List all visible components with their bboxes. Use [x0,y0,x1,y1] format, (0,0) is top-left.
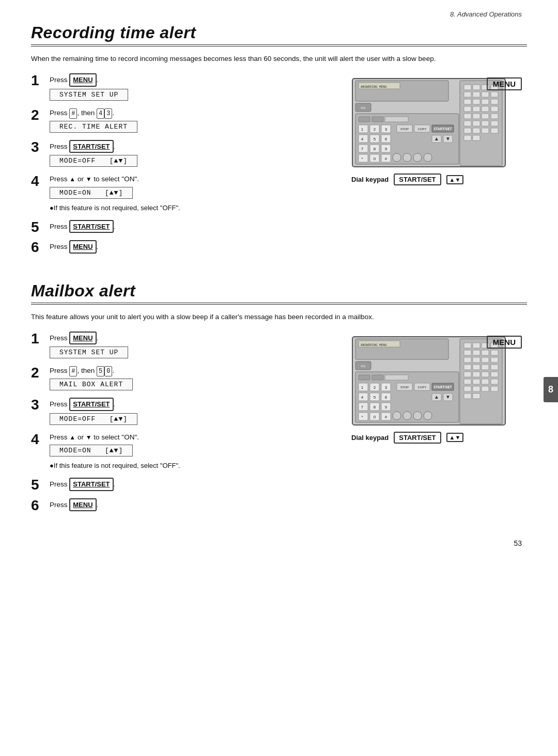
svg-text:START/SET: START/SET [433,127,452,131]
svg-text:4: 4 [361,395,364,400]
svg-text:5: 5 [374,137,376,141]
mailbox-step-3-content: Press START/SET. MODE=OFF [▲▼] [50,398,341,427]
mailbox-step-1-press: Press [50,334,69,342]
mailbox-step-5-content: Press START/SET. [50,478,341,493]
svg-point-152 [393,412,401,420]
svg-rect-24 [491,114,498,119]
mailbox-arrows-caption: ▲▼ [446,433,464,442]
svg-rect-111 [491,386,498,391]
svg-point-153 [403,412,411,420]
svg-text:STOP: STOP [400,128,409,131]
mailbox-hash-key: # [69,366,77,376]
svg-rect-38 [385,117,408,122]
mailbox-step-2-text: Press #, then 50. [50,366,341,376]
step-number-6: 6 [31,240,45,255]
recording-note-4: ●If this feature is not required, select… [50,204,341,212]
svg-rect-6 [473,85,480,90]
svg-rect-21 [464,114,471,119]
svg-rect-97 [473,365,480,370]
svg-point-155 [424,412,432,420]
svg-rect-93 [473,357,480,363]
step-1-text: Press MENU. [50,73,341,87]
mailbox-down-arrow: ▼ [86,433,92,442]
svg-point-75 [413,153,422,162]
svg-text:3: 3 [385,385,388,390]
mailbox-steps-col: 1 Press MENU. SYSTEM SET UP 2 Press #, t… [31,332,341,518]
svg-text:STOP: STOP [400,386,409,389]
svg-rect-101 [473,372,480,377]
svg-rect-109 [473,386,480,391]
svg-text:8: 8 [374,147,376,151]
step-4-content: Press ▲ or ▼ to select "ON". MODE=ON [▲▼… [50,174,341,214]
svg-rect-27 [482,121,489,126]
svg-rect-20 [491,106,498,112]
mailbox-device-col: MENU ANSWERING MENU [351,332,527,444]
svg-rect-89 [473,350,480,355]
down-arrow-4: ▼ [86,175,92,184]
svg-text:1: 1 [361,385,364,390]
recording-step-1: 1 Press MENU. SYSTEM SET UP [31,73,341,103]
svg-text:7: 7 [361,147,364,151]
svg-rect-106 [482,379,489,384]
mailbox-step-4: 4 Press ▲ or ▼ to select "ON". MODE=ON [… [31,432,341,472]
svg-text:6: 6 [385,395,388,400]
svg-rect-57 [359,154,368,162]
svg-text:5: 5 [374,395,376,400]
svg-rect-92 [464,357,471,363]
svg-point-76 [424,153,432,162]
svg-rect-14 [473,99,480,104]
svg-rect-25 [464,121,471,126]
svg-rect-117 [385,375,408,380]
chapter-tab: 8 [544,377,558,402]
mailbox-step-number-3: 3 [31,398,45,412]
recording-step-3: 3 Press START/SET. MODE=OFF [▲▼] [31,140,341,169]
mailbox-key-5: 5 [97,366,104,376]
recording-screen-3: MODE=OFF [▲▼] [50,155,137,167]
svg-rect-96 [464,365,471,370]
svg-rect-5 [464,85,471,90]
mailbox-intro: This feature allows your unit to alert y… [31,312,527,322]
svg-text:3: 3 [385,127,388,132]
page-header: 8. Advanced Operations [31,10,527,18]
svg-rect-37 [372,117,383,122]
svg-rect-9 [464,92,471,97]
mailbox-step-number-4: 4 [31,432,45,447]
svg-text:ANSWERING MENU: ANSWERING MENU [361,85,387,88]
mailbox-step-3: 3 Press START/SET. MODE=OFF [▲▼] [31,398,341,427]
svg-rect-95 [491,357,498,363]
svg-rect-113 [473,393,480,399]
svg-point-74 [403,153,411,162]
step-3-text: Press START/SET. [50,140,341,153]
mailbox-step-3-text: Press START/SET. [50,398,341,411]
svg-rect-13 [464,99,471,104]
mailbox-startset-button-5: START/SET [69,478,113,491]
svg-text:ANSWERING MENU: ANSWERING MENU [361,343,387,346]
svg-text:9: 9 [385,405,388,410]
recording-intro: When the remaining time to record incomi… [31,54,527,64]
svg-rect-23 [482,114,489,119]
svg-text:#: # [385,415,388,419]
svg-text:8: 8 [374,405,376,410]
mailbox-device-container: MENU ANSWERING MENU [351,336,522,444]
svg-text:▲: ▲ [434,136,439,141]
recording-device-image: ANSWERING MENU [351,77,522,169]
svg-text:COPY: COPY [417,128,426,131]
svg-text:0: 0 [374,156,376,161]
recording-device-caption: Dial keypad START/SET ▲▼ [351,174,522,185]
svg-text:6: 6 [385,137,388,141]
mailbox-step-6-content: Press MENU. [50,498,341,514]
svg-rect-99 [491,365,498,370]
svg-rect-105 [473,379,480,384]
mailbox-screen-1: SYSTEM SET UP [50,346,128,358]
hash-key-2: # [69,108,77,119]
svg-rect-90 [482,350,489,355]
svg-rect-26 [473,121,480,126]
step-3-content: Press START/SET. MODE=OFF [▲▼] [50,140,341,169]
svg-rect-19 [482,106,489,112]
svg-rect-88 [464,350,471,355]
page-number: 53 [31,539,527,547]
svg-rect-136 [359,413,368,420]
startset-button-3: START/SET [69,140,113,153]
step-number-2: 2 [31,108,45,122]
recording-steps-and-image: 1 Press MENU. SYSTEM SET UP 2 Press #, t… [31,73,527,260]
